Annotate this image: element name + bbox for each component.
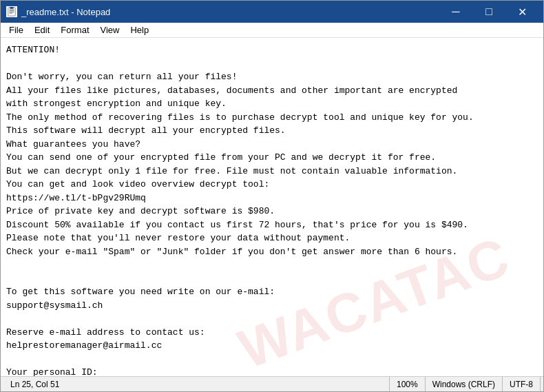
svg-rect-4: [10, 13, 12, 14]
window-controls: ─ □ ✕: [440, 1, 538, 23]
svg-rect-3: [10, 12, 14, 12]
window-title: _readme.txt - Notepad: [21, 7, 110, 17]
status-line-ending: Windows (CRLF): [426, 377, 503, 391]
menu-view[interactable]: View: [95, 23, 125, 37]
title-bar: _readme.txt - Notepad ─ □ ✕: [1, 1, 543, 23]
menu-edit[interactable]: Edit: [29, 23, 55, 37]
svg-rect-5: [10, 7, 13, 9]
title-bar-left: _readme.txt - Notepad: [6, 6, 110, 17]
text-content: ATTENTION! Don't worry, you can return a…: [6, 43, 539, 376]
svg-rect-2: [10, 10, 14, 11]
notepad-icon: [6, 6, 17, 17]
status-encoding: UTF-8: [503, 377, 541, 391]
text-area-wrapper[interactable]: ATTENTION! Don't worry, you can return a…: [1, 38, 543, 376]
status-bar: Ln 25, Col 51 100% Windows (CRLF) UTF-8: [1, 376, 543, 391]
menu-file[interactable]: File: [3, 23, 29, 37]
menu-bar: File Edit Format View Help: [1, 23, 543, 38]
close-button[interactable]: ✕: [506, 1, 538, 23]
svg-rect-1: [10, 10, 14, 10]
notepad-window: _readme.txt - Notepad ─ □ ✕ File Edit Fo…: [0, 0, 544, 392]
content-area: ATTENTION! Don't worry, you can return a…: [1, 38, 543, 376]
menu-help[interactable]: Help: [125, 23, 154, 37]
minimize-button[interactable]: ─: [440, 1, 472, 23]
status-position: Ln 25, Col 51: [3, 377, 390, 391]
maximize-button[interactable]: □: [473, 1, 505, 23]
status-zoom: 100%: [390, 377, 426, 391]
menu-format[interactable]: Format: [55, 23, 94, 37]
